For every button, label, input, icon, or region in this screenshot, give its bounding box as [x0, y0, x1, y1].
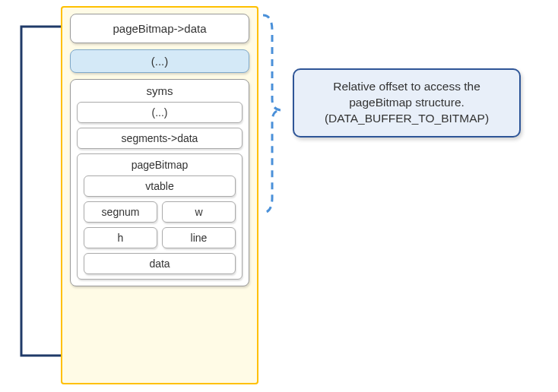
h-box: h	[84, 227, 157, 248]
data-box: data	[84, 253, 236, 274]
syms-title: syms	[77, 84, 243, 97]
line-box: line	[162, 227, 236, 248]
box-label: segments->data	[122, 132, 198, 144]
segments-data-box: segments->data	[77, 128, 243, 149]
offset-callout: Relative offset to access the pageBitmap…	[293, 68, 521, 138]
syms-container: syms (...) segments->data pageBitmap vta…	[70, 79, 249, 286]
offset-brace	[258, 8, 293, 220]
syms-ellipsis-box: (...)	[77, 102, 243, 123]
callout-line3: (DATA_BUFFER_TO_BITMAP)	[325, 112, 489, 125]
box-label: w	[195, 206, 202, 218]
box-label: data	[149, 258, 170, 270]
memory-layout-container: pageBitmap->data (...) syms (...) segmen…	[61, 6, 258, 384]
w-box: w	[162, 201, 236, 223]
ellipsis-box: (...)	[70, 49, 249, 73]
box-label: vtable	[145, 180, 173, 192]
vtable-box: vtable	[84, 175, 236, 197]
callout-line1: Relative offset to access the	[333, 80, 480, 93]
callout-line2: pageBitmap structure.	[349, 96, 464, 109]
pointer-arrow	[0, 0, 68, 380]
box-label: h	[118, 232, 124, 244]
box-label: segnum	[102, 206, 140, 218]
box-label: (...)	[152, 106, 168, 119]
box-label: (...)	[151, 55, 169, 68]
pagebitmap-struct-container: pageBitmap vtable segnum w h line	[77, 153, 243, 280]
box-label: line	[191, 232, 208, 244]
segnum-box: segnum	[84, 201, 157, 223]
pagebitmap-data-box: pageBitmap->data	[70, 14, 249, 43]
pagebitmap-title: pageBitmap	[84, 159, 236, 171]
box-label: pageBitmap->data	[113, 22, 206, 35]
